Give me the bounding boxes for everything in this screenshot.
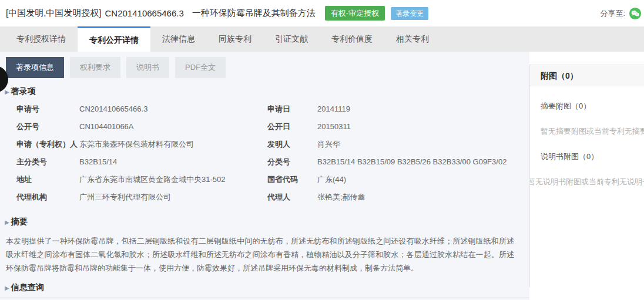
biblio-section-title: 著录项 <box>11 86 36 97</box>
page-title: [中国发明,中国发明授权] CN201410665466.3 一种环保防霉吊牌及… <box>6 8 316 19</box>
biblio-right-column: 申请日 20141119 公开日 20150311 发明人 肖兴华 分类号 B3… <box>267 103 529 208</box>
abstract-figure-empty-text: 暂无摘要附图或当前专利无摘要附图 <box>530 126 644 137</box>
figures-panel-title: 附图（0） <box>530 65 644 86</box>
field-row-ipc-classes: 分类号 B32B15/14 B32B15/09 B32B5/26 B32B33/… <box>267 156 529 168</box>
content-area: 著录项信息 权利要求 说明书 PDF全文 ▶ 著录项 申请号 CN2014106… <box>0 52 644 300</box>
field-row-address: 地址 广东省东莞市南城区黄金路金域中央31-502 <box>16 173 267 186</box>
tab-family-patents[interactable]: 同族专利 <box>207 26 263 52</box>
section-arrow-icon: ▶ <box>5 285 9 291</box>
subnav-claims[interactable]: 权利要求 <box>70 57 120 78</box>
info-query-section-header[interactable]: ▶ 信息查询 <box>5 282 529 293</box>
wechat-share-icon[interactable] <box>629 7 642 20</box>
figures-sidebar: 附图（0） 摘要附图（0） 暂无摘要附图或当前专利无摘要附图 说明书附图（0） … <box>529 52 644 300</box>
field-row-application-number: 申请号 CN201410665466.3 <box>16 103 267 115</box>
share-box: 分享至: <box>600 0 642 26</box>
tab-patent-value[interactable]: 专利价值度 <box>320 26 384 52</box>
share-label: 分享至: <box>600 8 625 19</box>
field-row-agent: 代理人 张艳美;郝传鑫 <box>267 191 529 203</box>
divider <box>0 298 529 298</box>
field-row-publication-number: 公开号 CN104401066A <box>16 120 267 133</box>
biblio-left-column: 申请号 CN201410665466.3 公开号 CN104401066A 申请… <box>0 103 267 208</box>
section-arrow-icon: ▶ <box>5 219 9 225</box>
main-panel: 著录项信息 权利要求 说明书 PDF全文 ▶ 著录项 申请号 CN2014106… <box>0 52 529 300</box>
patent-title: 一种环保防霉吊牌及其制备方法 <box>192 8 316 19</box>
field-row-applicant: 申请（专利权）人 东莞市枭森环保包装材料有限公司 <box>16 138 267 150</box>
description-figure-title: 说明书附图（0） <box>530 151 644 162</box>
change-badge[interactable]: 著录变更 <box>391 7 428 20</box>
field-row-inventor: 发明人 肖兴华 <box>267 138 529 150</box>
patent-number: CN201410665466.3 <box>105 8 184 18</box>
info-query-section-title: 信息查询 <box>11 282 44 293</box>
field-row-province-code: 国省代码 广东(44) <box>267 173 529 186</box>
field-row-main-ipc: 主分类号 B32B15/14 <box>16 156 267 168</box>
figures-panel: 附图（0） 摘要附图（0） 暂无摘要附图或当前专利无摘要附图 说明书附图（0） … <box>529 65 644 287</box>
sub-navigation: 著录项信息 权利要求 说明书 PDF全文 <box>6 57 529 78</box>
patent-category-prefix: [中国发明,中国发明授权] <box>6 8 102 19</box>
abstract-text: 本发明提供了一种环保防霉吊牌，包括二层铜版纸和设有二层铜版纸中间的无纺布，所述无… <box>6 234 514 275</box>
biblio-fields: 申请号 CN201410665466.3 公开号 CN104401066A 申请… <box>0 103 529 208</box>
tab-granted-detail[interactable]: 专利授权详情 <box>5 26 78 52</box>
subnav-description[interactable]: 说明书 <box>126 57 169 78</box>
abstract-section-title: 摘要 <box>11 217 28 227</box>
abstract-figure-title: 摘要附图（0） <box>530 101 644 112</box>
status-badge: 有权-审定授权 <box>325 6 385 21</box>
abstract-section-header[interactable]: ▶ 摘要 <box>5 217 529 227</box>
field-row-agency: 代理机构 广州三环专利代理有限公司 <box>16 191 267 203</box>
subnav-biblio-info[interactable]: 著录项信息 <box>6 57 64 78</box>
main-tabbar: 专利授权详情 专利公开详情 法律信息 同族专利 引证文献 专利价值度 相关专利 <box>0 26 644 52</box>
biblio-section-header[interactable]: ▶ 著录项 <box>5 86 529 97</box>
tab-cited-documents[interactable]: 引证文献 <box>263 26 320 52</box>
tab-related-patents[interactable]: 相关专利 <box>384 26 441 52</box>
description-figure-empty-text: 暂无说明书附图或当前专利无说明书附图 <box>529 177 644 187</box>
patent-detail-page: [中国发明,中国发明授权] CN201410665466.3 一种环保防霉吊牌及… <box>0 0 644 300</box>
subnav-pdf-fulltext[interactable]: PDF全文 <box>175 57 226 78</box>
page-header: [中国发明,中国发明授权] CN201410665466.3 一种环保防霉吊牌及… <box>0 0 644 26</box>
tab-publication-detail[interactable]: 专利公开详情 <box>78 26 150 52</box>
tab-legal-info[interactable]: 法律信息 <box>150 26 207 52</box>
field-row-publication-date: 公开日 20150311 <box>267 120 529 133</box>
field-row-application-date: 申请日 20141119 <box>267 103 529 115</box>
section-arrow-icon: ▶ <box>5 89 9 95</box>
